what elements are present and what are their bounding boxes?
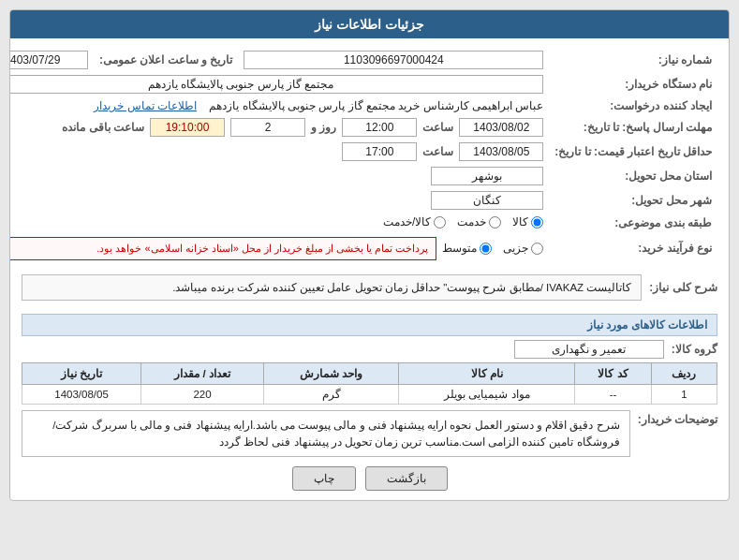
kala-table-head: ردیف کد کالا نام کالا واحد شمارش تعداد /… — [22, 362, 717, 384]
noe-group: جزیی متوسط — [442, 242, 543, 255]
noe-motovaset-radio[interactable] — [480, 243, 492, 255]
srh-label: شرح کلی نیاز: — [649, 281, 717, 294]
page-wrapper: جزئیات اطلاعات نیاز شماره نیاز: 11030966… — [0, 0, 739, 560]
col-nam: نام کالا — [399, 362, 575, 384]
cell-vahed: گرم — [263, 384, 398, 404]
info-table: شماره نیاز: 1103096697000424 تاریخ و ساع… — [9, 48, 717, 263]
hadsal-time: 17:00 — [342, 142, 417, 161]
ostan-value: بوشهر — [431, 167, 543, 185]
pardakht-notice: پرداخت تمام یا بخشی از مبلغ خریدار از مح… — [9, 237, 436, 260]
card-body: شماره نیاز: 1103096697000424 تاریخ و ساع… — [10, 38, 729, 500]
cell-tarikh: 1403/08/05 — [22, 384, 141, 404]
namDastgah-value: مجتمع گاز پارس جنوبی پالایشگاه یازدهم — [9, 75, 543, 94]
namDastgah-label: نام دستگاه خریدار: — [549, 72, 717, 96]
main-card: جزئیات اطلاعات نیاز شماره نیاز: 11030966… — [9, 9, 730, 501]
kala-table-body: 1--مواد شیمیایی بویلرگرم2201403/08/05 — [22, 384, 717, 404]
ijad-value: عباس ابراهیمی کارشناس خرید مجتمع گاز پار… — [209, 99, 543, 112]
ostan-label: استان محل تحویل: — [549, 164, 717, 188]
cell-tedad: 220 — [141, 384, 264, 404]
noe-label: نوع فرآیند خرید: — [549, 234, 717, 263]
tabaqe-kala-radio[interactable] — [531, 216, 543, 228]
grohe-row: گروه کالا: تعمیر و نگهداری — [22, 340, 717, 359]
ijad-label: ایجاد کننده درخواست: — [549, 96, 717, 115]
tozi-row: توضیحات خریدار: شرح دقیق اقلام و دستور ا… — [22, 410, 717, 458]
col-tedad: تعداد / مقدار — [141, 362, 264, 384]
row-noe: نوع فرآیند خرید: جزیی متوسط — [9, 234, 717, 263]
hadsal-row: 1403/08/05 ساعت 17:00 — [9, 142, 543, 161]
tabaqe-label: طبقه بندی موضوعی: — [549, 213, 717, 234]
btn-bazgasht[interactable]: بازگشت — [365, 466, 448, 491]
kala-table: ردیف کد کالا نام کالا واحد شمارش تعداد /… — [22, 362, 717, 405]
row-tabaqe: طبقه بندی موضوعی: کالا خدمت کالا/خدمت — [9, 213, 717, 234]
tabaqe-khedmat[interactable]: خدمت — [457, 215, 501, 228]
noe-motovaset[interactable]: متوسط — [442, 242, 492, 255]
tabaqe-kala-khedmat-radio[interactable] — [434, 216, 446, 228]
row-hadsal: حداقل تاریخ اعتبار قیمت: تا تاریخ: 1403/… — [9, 140, 717, 164]
col-kod: کد کالا — [575, 362, 651, 384]
button-row: بازگشت چاپ — [22, 466, 717, 491]
hadsal-label: حداقل تاریخ اعتبار قیمت: تا تاریخ: — [549, 140, 717, 164]
col-vahed: واحد شمارش — [263, 362, 398, 384]
grohe-value: تعمیر و نگهداری — [514, 340, 664, 359]
ettelaat-link[interactable]: اطلاعات تماس خریدار — [94, 99, 197, 112]
noe-jozi[interactable]: جزیی — [503, 242, 543, 255]
tabaqe-kala[interactable]: کالا — [512, 215, 543, 228]
row-ostan: استان محل تحویل: بوشهر — [9, 164, 717, 188]
hadsal-saat-label: ساعت — [422, 145, 453, 158]
shomareNiaz-label: شماره نیاز: — [549, 48, 717, 72]
cell-namKala: مواد شیمیایی بویلر — [399, 384, 575, 404]
mohlat-date: 1403/08/02 — [459, 118, 543, 137]
noe-jozi-radio[interactable] — [531, 243, 543, 255]
shahr-value: کنگان — [431, 191, 543, 210]
mohlat-row: 1403/08/02 ساعت 12:00 روز و 2 19:10:00 س… — [9, 118, 543, 137]
tarikh-ersal-label: تاریخ و ساعت اعلان عمومی: — [99, 53, 232, 66]
tabaqe-group: کالا خدمت کالا/خدمت — [383, 215, 543, 228]
card-header: جزئیات اطلاعات نیاز — [10, 10, 729, 38]
kala-table-header-row: ردیف کد کالا نام کالا واحد شمارش تعداد /… — [22, 362, 717, 384]
tabaqe-kala-khedmat[interactable]: کالا/خدمت — [383, 215, 446, 228]
col-radif: ردیف — [651, 362, 717, 384]
mohlat-label: مهلت ارسال پاسخ: تا تاریخ: — [549, 115, 717, 140]
noe-row: جزیی متوسط پرداخت تمام یا بخشی از مبلغ خ… — [9, 237, 543, 260]
table-row: 1--مواد شیمیایی بویلرگرم2201403/08/05 — [22, 384, 717, 404]
mohlat-time: 12:00 — [342, 118, 417, 137]
row-shahr: شهر محل تحویل: کنگان — [9, 188, 717, 213]
srh-value: کاتالیست IVAKAZ /مطابق شرح پیوست" حداقل … — [22, 274, 642, 301]
mohlat-rooz: 2 — [230, 118, 305, 137]
row-ijad: ایجاد کننده درخواست: عباس ابراهیمی کارشن… — [9, 96, 717, 115]
saat-label: ساعت — [422, 121, 453, 134]
baqi-label: ساعت باقی مانده — [62, 121, 144, 134]
srh-row: شرح کلی نیاز: کاتالیست IVAKAZ /مطابق شرح… — [22, 269, 717, 306]
cell-kodKala: -- — [575, 384, 651, 404]
tozi-label: توضیحات خریدار: — [638, 410, 717, 426]
rooz-label: روز و — [311, 121, 336, 134]
row-mohlat: مهلت ارسال پاسخ: تا تاریخ: 1403/08/02 سا… — [9, 115, 717, 140]
ettelaat-kala-title: اطلاعات کالاهای مورد نیاز — [22, 314, 717, 336]
page-title: جزئیات اطلاعات نیاز — [315, 17, 424, 32]
tabaqe-khedmat-radio[interactable] — [489, 216, 501, 228]
tozi-value: شرح دقیق اقلام و دستور العمل نحوه ارایه … — [22, 410, 630, 458]
col-tarikh: تاریخ نیاز — [22, 362, 141, 384]
btn-chap[interactable]: چاپ — [292, 466, 356, 491]
row-shomare: شماره نیاز: 1103096697000424 تاریخ و ساع… — [9, 48, 717, 72]
row-namDastgah: نام دستگاه خریدار: مجتمع گاز پارس جنوبی … — [9, 72, 717, 96]
shomareNiaz-value: 1103096697000424 — [244, 51, 543, 69]
cell-radif: 1 — [651, 384, 717, 404]
shahr-label: شهر محل تحویل: — [549, 188, 717, 213]
hadsal-date: 1403/08/05 — [459, 142, 543, 161]
mohlat-baqi: 19:10:00 — [150, 118, 225, 137]
tarikh-ersal-value: 1403/07/29 - 16:33 — [9, 51, 88, 69]
grohe-label: گروه کالا: — [672, 343, 717, 356]
